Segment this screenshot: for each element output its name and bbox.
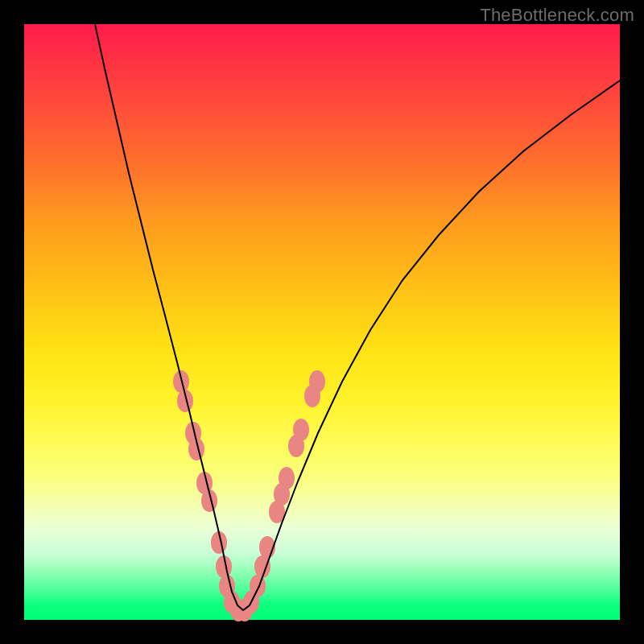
highlight-dot	[293, 419, 309, 441]
plot-area	[24, 24, 620, 620]
highlight-dot	[309, 370, 325, 393]
highlight-dot	[250, 575, 266, 597]
chart-frame: TheBottleneck.com	[0, 0, 644, 644]
bottleneck-curve-path	[95, 24, 620, 610]
highlight-dot	[254, 555, 270, 578]
curve-svg	[24, 24, 620, 620]
watermark-text: TheBottleneck.com	[480, 5, 634, 26]
highlight-dot	[279, 467, 295, 489]
marker-layer	[173, 370, 325, 621]
